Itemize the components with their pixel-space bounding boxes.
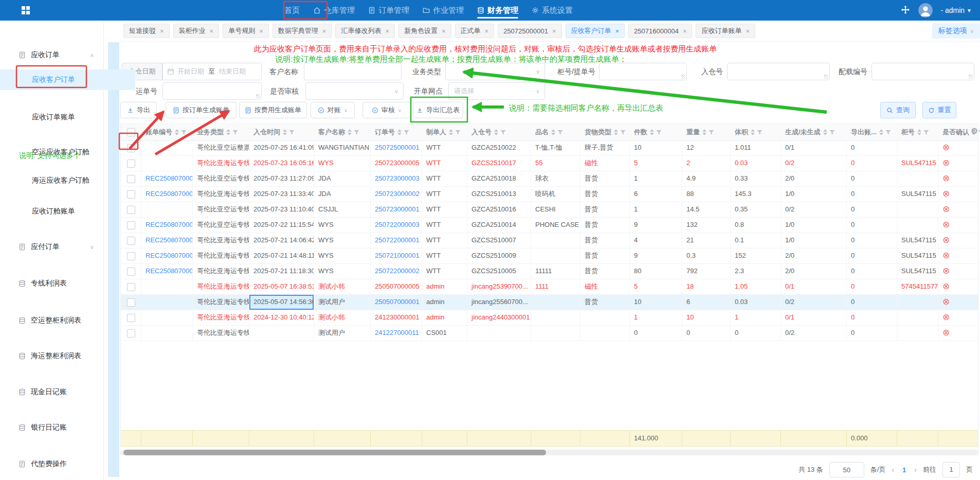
cell-bill[interactable]: REC2508070003· xyxy=(141,218,193,233)
sort-carets[interactable] xyxy=(702,129,706,135)
col-header-gen[interactable]: 生成/未生成 xyxy=(781,124,847,140)
sidebar-item-2[interactable]: 应收订单账单 xyxy=(0,107,135,128)
row-checkbox[interactable] xyxy=(127,237,135,245)
col-sort-controls[interactable] xyxy=(280,129,295,135)
in-no-textarea[interactable] xyxy=(727,63,830,80)
sidebar-item-9[interactable]: 海运整柜利润表 xyxy=(0,346,103,366)
stow-textarea[interactable] xyxy=(872,63,974,80)
sidebar-item-8[interactable]: 空运整柜利润表 xyxy=(0,310,103,331)
cell-bill[interactable]: REC2508070003, xyxy=(141,264,193,279)
audit-select[interactable]: ∨ xyxy=(305,82,404,100)
sort-carets[interactable] xyxy=(397,129,402,135)
sort-carets[interactable] xyxy=(751,129,755,135)
tab-1[interactable]: 装柜作业× xyxy=(173,24,220,38)
cell-order[interactable]: 250722000003 xyxy=(371,218,422,233)
col-sort-controls[interactable] xyxy=(395,129,409,135)
col-header-prod[interactable]: 品名 xyxy=(531,124,580,140)
sort-carets[interactable] xyxy=(614,129,618,135)
reset-button[interactable]: 重置 xyxy=(922,102,956,118)
col-header-inno[interactable]: 入仓号 xyxy=(467,124,531,140)
sidebar-item-7[interactable]: 专线利润表 xyxy=(0,273,103,294)
waybill-textarea[interactable] xyxy=(162,82,262,100)
customer-input[interactable] xyxy=(304,63,402,80)
row-checkbox[interactable] xyxy=(127,283,135,291)
row-checkbox[interactable] xyxy=(127,268,135,276)
col-header-order[interactable]: 订单号 xyxy=(371,124,422,140)
col-header-time[interactable]: 入仓时间 xyxy=(249,124,314,140)
confirm-status-icon[interactable]: ⊗ xyxy=(942,143,950,152)
sort-carets[interactable] xyxy=(551,129,555,135)
cell-order[interactable]: 250723000005 xyxy=(371,156,422,171)
col-sort-controls[interactable] xyxy=(821,129,835,135)
confirm-status-icon[interactable]: ⊗ xyxy=(942,281,950,291)
export-summary-button[interactable]: 导出汇总表 xyxy=(413,102,463,118)
confirm-status-icon[interactable]: ⊗ xyxy=(942,204,950,214)
confirm-status-icon[interactable]: ⊗ xyxy=(942,173,950,183)
sidebar-item-0[interactable]: 应收订单∧ xyxy=(0,45,103,65)
nav-item-4[interactable]: 财务管理 xyxy=(477,0,518,21)
col-header-pcs[interactable]: 件数 xyxy=(630,124,682,140)
cell-order[interactable]: 250722000002 xyxy=(371,264,422,279)
cell-order[interactable]: 250722000001 xyxy=(371,233,422,248)
tab-close-icon[interactable]: × xyxy=(615,27,620,35)
col-sort-controls[interactable] xyxy=(492,129,506,135)
filter-funnel-icon[interactable] xyxy=(455,130,461,135)
cell-order[interactable]: 250723000002 xyxy=(371,187,422,202)
cell-time[interactable]: 2025-05-07 14:56:30 xyxy=(249,295,314,310)
tab-close-icon[interactable]: × xyxy=(160,27,164,35)
sort-carets[interactable] xyxy=(650,129,654,135)
date-range-input[interactable]: 开始日期 至 结束日期 xyxy=(162,63,262,80)
confirm-status-icon[interactable]: ⊗ xyxy=(942,328,950,337)
sort-carets[interactable] xyxy=(917,129,921,135)
nav-item-2[interactable]: 订单管理 xyxy=(368,0,409,21)
confirm-status-icon[interactable]: ⊗ xyxy=(942,251,950,260)
filter-funnel-icon[interactable] xyxy=(757,130,763,135)
column-settings-gear-icon[interactable]: ⚙ xyxy=(971,126,978,136)
sidebar-item-1[interactable]: 应收客户订单 xyxy=(0,69,135,90)
tab-options-button[interactable]: 标签选项 ∨ xyxy=(932,23,980,39)
next-page-icon[interactable]: › xyxy=(914,466,917,474)
cell-order[interactable]: 250721000001 xyxy=(371,248,422,263)
row-checkbox[interactable] xyxy=(127,252,135,260)
filter-funnel-icon[interactable] xyxy=(829,130,835,135)
row-checkbox[interactable] xyxy=(127,329,135,337)
sidebar-item-5[interactable]: 应收订舱账单 xyxy=(0,201,135,222)
tab-close-icon[interactable]: × xyxy=(485,27,489,35)
col-header-biz[interactable]: 业务类型 xyxy=(193,124,249,140)
col-header-cargo[interactable]: 货物类型 xyxy=(580,124,630,140)
cabinet-textarea[interactable] xyxy=(599,63,687,80)
filter-funnel-icon[interactable] xyxy=(620,130,626,135)
cell-bill[interactable]: REC2508070003, xyxy=(141,233,193,248)
col-sort-controls[interactable] xyxy=(748,129,763,135)
sort-carets[interactable] xyxy=(283,129,287,135)
sort-carets[interactable] xyxy=(879,129,883,135)
audit-button[interactable]: 审核 ∨ xyxy=(362,102,411,118)
tab-7[interactable]: 250725000001× xyxy=(498,24,561,38)
user-menu[interactable]: - admin ▼ xyxy=(940,6,972,14)
cell-order[interactable]: 250723000001 xyxy=(371,202,422,217)
col-sort-controls[interactable] xyxy=(611,129,626,135)
tab-close-icon[interactable]: × xyxy=(385,27,389,35)
generate-by-fee-button[interactable]: 按费用生成账单 xyxy=(239,102,307,118)
tab-9[interactable]: 250716000004× xyxy=(628,24,692,38)
nav-item-5[interactable]: 系统设置 xyxy=(532,0,573,21)
confirm-status-icon[interactable]: ⊗ xyxy=(942,297,950,307)
col-header-bill[interactable]: 账单编号 xyxy=(141,124,193,140)
cell-bill[interactable]: REC2508070001, xyxy=(141,171,193,186)
reconcile-button[interactable]: 对账 ∨ xyxy=(311,102,355,118)
filter-funnel-icon[interactable] xyxy=(181,130,187,135)
filter-funnel-icon[interactable] xyxy=(709,130,714,135)
sidebar-item-4[interactable]: 海运应收客户订舱 xyxy=(0,170,135,191)
filter-funnel-icon[interactable] xyxy=(289,130,295,135)
tab-close-icon[interactable]: × xyxy=(746,27,750,35)
tab-close-icon[interactable]: × xyxy=(442,27,446,35)
nav-item-1[interactable]: 仓库管理 xyxy=(313,0,355,21)
sort-carets[interactable] xyxy=(348,129,352,135)
outlet-select[interactable]: 请选择 ∨ xyxy=(448,82,545,100)
tab-6[interactable]: 正式单× xyxy=(455,24,495,38)
col-sort-controls[interactable] xyxy=(549,129,563,135)
tab-10[interactable]: 应收订单账单× xyxy=(696,24,755,38)
confirm-status-icon[interactable]: ⊗ xyxy=(942,158,950,168)
filter-funnel-icon[interactable] xyxy=(404,130,409,135)
apps-grid-icon[interactable] xyxy=(22,6,30,14)
